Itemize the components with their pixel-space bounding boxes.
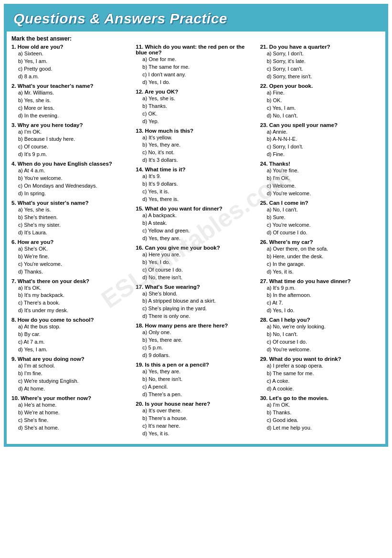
option: b) A-N-N-I-E. bbox=[260, 136, 381, 143]
option: c) I don't want any. bbox=[136, 71, 256, 79]
question-title: 6. How are you? bbox=[11, 239, 132, 245]
option: d) Yep. bbox=[136, 118, 256, 126]
option: a) It's OK. bbox=[11, 284, 132, 292]
option: b) By car. bbox=[11, 331, 132, 338]
question-block: 2. What's your teacher's name?a) Mr. Wil… bbox=[11, 83, 132, 120]
question-title: 1. How old are you? bbox=[11, 44, 132, 50]
option: a) She's OK. bbox=[11, 245, 132, 253]
option: c) On Mondays and Wednesdays. bbox=[11, 182, 132, 190]
option: b) It's my backpack. bbox=[11, 292, 132, 299]
option: b) She's thirteen. bbox=[11, 214, 132, 221]
option: c) 5 p.m. bbox=[136, 344, 256, 352]
option: a) Sixteen. bbox=[11, 50, 132, 58]
option: a) You're fine. bbox=[260, 167, 381, 175]
option: c) Of course I do. bbox=[260, 338, 381, 346]
option: c) Good idea. bbox=[260, 417, 381, 424]
option: a) I'm at school. bbox=[11, 362, 132, 370]
option: d) There is only one. bbox=[136, 313, 256, 320]
option: d) No, I can't. bbox=[260, 112, 381, 120]
option: a) Sorry, I don't. bbox=[260, 50, 381, 58]
option: d) Of course I do. bbox=[260, 229, 381, 237]
option: d) In the evening. bbox=[11, 112, 132, 120]
option: d) Sorry, there isn't. bbox=[260, 73, 381, 81]
option: d) Thanks. bbox=[11, 268, 132, 276]
option: d) Yes, I do. bbox=[136, 79, 256, 86]
option: c) Yes, I am. bbox=[260, 105, 381, 112]
question-title: 9. What are you doing now? bbox=[11, 356, 132, 362]
option: a) At 4 a.m. bbox=[11, 167, 132, 175]
option: b) No, there isn't. bbox=[136, 376, 256, 383]
option: d) You're welcome. bbox=[260, 346, 381, 354]
question-title: 2. What's your teacher's name? bbox=[11, 83, 132, 89]
question-block: 8. How do you come to school?a) At the b… bbox=[11, 317, 132, 354]
option: a) It's 9 p.m. bbox=[260, 284, 381, 292]
option: c) It's near here. bbox=[136, 422, 256, 430]
question-block: 7. What's there on your desk?a) It's OK.… bbox=[11, 278, 132, 315]
question-title: 4. When do you have English classes? bbox=[11, 161, 132, 167]
option: d) Fine. bbox=[260, 151, 381, 158]
option: a) I'm OK. bbox=[11, 128, 132, 136]
question-block: 1. How old are you?a) Sixteen.b) Yes, I … bbox=[11, 44, 132, 81]
option: c) She's fine. bbox=[11, 417, 132, 424]
option: a) No, I can't. bbox=[260, 206, 381, 214]
option: a) Yes, she is. bbox=[136, 95, 256, 103]
question-title: 7. What's there on your desk? bbox=[11, 278, 132, 284]
option: c) Yes, it is. bbox=[136, 188, 256, 196]
option: b) Thanks. bbox=[136, 103, 256, 110]
option: c) We're studying English. bbox=[11, 378, 132, 385]
question-title: 18. How many pens are there here? bbox=[136, 323, 256, 328]
question-block: 17. What's Sue wearing?a) She's blond.b)… bbox=[136, 284, 256, 321]
question-title: 26. Where's my car? bbox=[260, 239, 381, 245]
option: c) You're welcome. bbox=[260, 221, 381, 229]
question-block: 11. Which do you want: the red pen or th… bbox=[136, 44, 256, 86]
question-title: 22. Open your book. bbox=[260, 83, 381, 89]
option: b) I'm fine. bbox=[11, 370, 132, 378]
option: a) Yes, they are. bbox=[136, 368, 256, 376]
option: b) Sure. bbox=[260, 214, 381, 221]
option: b) There's a house. bbox=[136, 415, 256, 422]
question-title: 29. What do you want to drink? bbox=[260, 356, 381, 362]
option: c) More or less. bbox=[11, 105, 132, 112]
option: d) Yes, they are. bbox=[136, 235, 256, 242]
question-block: 27. What time do you have dinner?a) It's… bbox=[260, 278, 381, 315]
question-title: 10. Where's your mother now? bbox=[11, 395, 132, 401]
column-1: 1. How old are you?a) Sixteen.b) Yes, I … bbox=[11, 44, 134, 440]
question-block: 20. Is your house near here?a) It's over… bbox=[136, 401, 256, 438]
option: c) OK. bbox=[136, 110, 256, 118]
option: b) A steak. bbox=[136, 220, 256, 227]
option: b) Because I study here. bbox=[11, 136, 132, 143]
option: c) At 7. bbox=[260, 299, 381, 307]
content: Mark the best answer: 1. How old are you… bbox=[7, 32, 385, 444]
option: d) No, there isn't. bbox=[136, 274, 256, 282]
option: b) The same for me. bbox=[136, 63, 256, 71]
question-title: 19. Is this a pen or a pencil? bbox=[136, 362, 256, 368]
question-block: 5. What's your sister's name?a) Yes, she… bbox=[11, 200, 132, 237]
option: d) In spring. bbox=[11, 190, 132, 198]
question-block: 9. What are you doing now?a) I'm at scho… bbox=[11, 356, 132, 393]
question-block: 10. Where's your mother now?a) He's at h… bbox=[11, 395, 132, 432]
outer-border: Questions & Answers Practice ESLprintabl… bbox=[4, 4, 388, 447]
option: c) At 7 a.m. bbox=[11, 338, 132, 346]
option: c) She's playing in the yard. bbox=[136, 305, 256, 313]
columns: 1. How old are you?a) Sixteen.b) Yes, I … bbox=[11, 44, 381, 440]
question-block: 13. How much is this?a) It's yellow.b) Y… bbox=[136, 128, 256, 165]
option: d) 8 a.m. bbox=[11, 73, 132, 81]
option: a) Yes, she is. bbox=[11, 206, 132, 214]
question-block: 6. How are you?a) She's OK.b) We're fine… bbox=[11, 239, 132, 276]
option: c) Sorry, I can't. bbox=[260, 65, 381, 73]
option: d) It's 9 p.m. bbox=[11, 151, 132, 158]
question-title: 5. What's your sister's name? bbox=[11, 200, 132, 206]
option: a) Mr. Williams. bbox=[11, 89, 132, 97]
option: c) There's a book. bbox=[11, 299, 132, 307]
header: Questions & Answers Practice bbox=[7, 7, 385, 32]
option: b) Sorry, it's late. bbox=[260, 58, 381, 65]
question-title: 28. Can I help you? bbox=[260, 317, 381, 323]
question-block: 26. Where's my car?a) Over there, on the… bbox=[260, 239, 381, 276]
question-title: 15. What do you want for dinner? bbox=[136, 206, 256, 211]
question-title: 16. Can you give me your book? bbox=[136, 245, 256, 251]
option: a) A backpack. bbox=[136, 212, 256, 220]
question-title: 23. Can you spell your name? bbox=[260, 122, 381, 128]
question-block: 22. Open your book.a) Fine.b) OK.c) Yes,… bbox=[260, 83, 381, 120]
option: c) A coke. bbox=[260, 378, 381, 385]
option: a) Here you are. bbox=[136, 251, 256, 259]
